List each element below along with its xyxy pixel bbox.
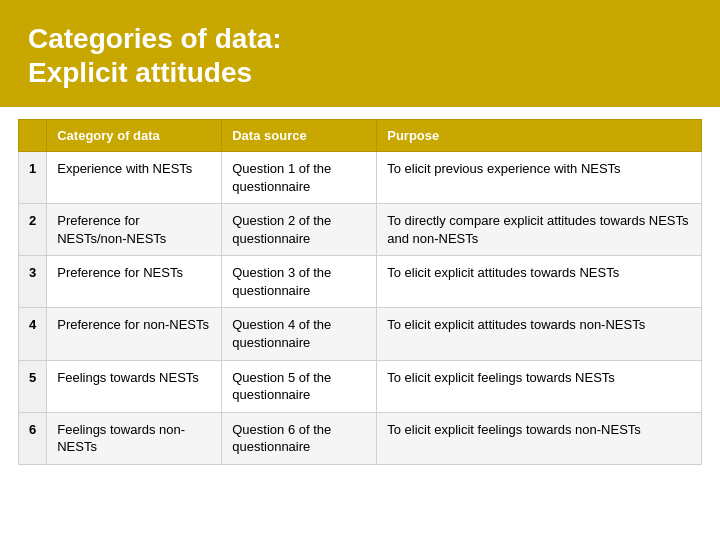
cell-num: 5 xyxy=(19,360,47,412)
cell-num: 6 xyxy=(19,412,47,464)
table-row: 4Preference for non-NESTsQuestion 4 of t… xyxy=(19,308,702,360)
table-row: 6Feelings towards non-NESTsQuestion 6 of… xyxy=(19,412,702,464)
cell-source: Question 6 of the questionnaire xyxy=(222,412,377,464)
cell-num: 2 xyxy=(19,204,47,256)
cell-num: 3 xyxy=(19,256,47,308)
cell-source: Question 1 of the questionnaire xyxy=(222,152,377,204)
cell-category: Preference for non-NESTs xyxy=(47,308,222,360)
cell-purpose: To elicit explicit feelings towards NEST… xyxy=(377,360,702,412)
cell-num: 4 xyxy=(19,308,47,360)
cell-source: Question 5 of the questionnaire xyxy=(222,360,377,412)
cell-category: Preference for NESTs/non-NESTs xyxy=(47,204,222,256)
cell-num: 1 xyxy=(19,152,47,204)
col-header-category: Category of data xyxy=(47,120,222,152)
table-row: 3Preference for NESTsQuestion 3 of the q… xyxy=(19,256,702,308)
page-wrapper: Categories of data: Explicit attitudes C… xyxy=(0,0,720,540)
table-row: 2Preference for NESTs/non-NESTsQuestion … xyxy=(19,204,702,256)
cell-purpose: To elicit explicit feelings towards non-… xyxy=(377,412,702,464)
cell-category: Feelings towards NESTs xyxy=(47,360,222,412)
table-row: 1Experience with NESTsQuestion 1 of the … xyxy=(19,152,702,204)
cell-source: Question 4 of the questionnaire xyxy=(222,308,377,360)
title-line1: Categories of data: xyxy=(28,23,282,54)
col-header-purpose: Purpose xyxy=(377,120,702,152)
page-title: Categories of data: Explicit attitudes xyxy=(28,22,692,89)
table-container: Category of data Data source Purpose 1Ex… xyxy=(0,107,720,540)
cell-source: Question 3 of the questionnaire xyxy=(222,256,377,308)
col-header-num xyxy=(19,120,47,152)
cell-purpose: To directly compare explicit attitudes t… xyxy=(377,204,702,256)
page-header: Categories of data: Explicit attitudes xyxy=(0,0,720,107)
data-table: Category of data Data source Purpose 1Ex… xyxy=(18,119,702,465)
cell-purpose: To elicit previous experience with NESTs xyxy=(377,152,702,204)
cell-source: Question 2 of the questionnaire xyxy=(222,204,377,256)
col-header-source: Data source xyxy=(222,120,377,152)
cell-category: Preference for NESTs xyxy=(47,256,222,308)
cell-category: Feelings towards non-NESTs xyxy=(47,412,222,464)
cell-purpose: To elicit explicit attitudes towards non… xyxy=(377,308,702,360)
title-line2: Explicit attitudes xyxy=(28,57,252,88)
cell-purpose: To elicit explicit attitudes towards NES… xyxy=(377,256,702,308)
table-header-row: Category of data Data source Purpose xyxy=(19,120,702,152)
cell-category: Experience with NESTs xyxy=(47,152,222,204)
table-row: 5Feelings towards NESTsQuestion 5 of the… xyxy=(19,360,702,412)
